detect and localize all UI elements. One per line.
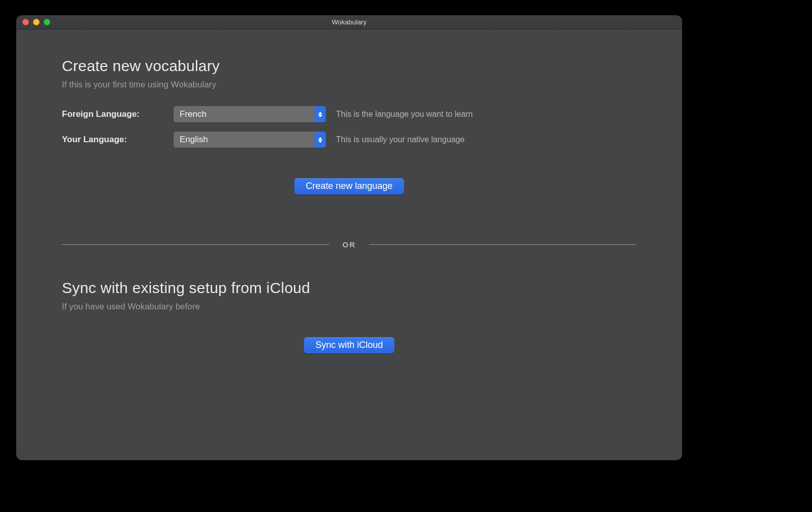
window-zoom-button[interactable]: [44, 19, 50, 25]
your-language-select[interactable]: English: [174, 132, 326, 148]
foreign-language-label: Foreign Language:: [62, 109, 163, 119]
sync-heading: Sync with existing setup from iCloud: [62, 279, 636, 297]
divider: OR: [62, 240, 636, 249]
sync-subheading: If you have used Wokabulary before: [62, 302, 636, 312]
window-close-button[interactable]: [22, 19, 29, 25]
create-language-button[interactable]: Create new language: [294, 178, 403, 195]
divider-line: [369, 244, 636, 245]
window-minimize-button[interactable]: [33, 19, 40, 25]
select-stepper-icon: [315, 132, 326, 148]
foreign-language-select[interactable]: French: [174, 106, 326, 122]
foreign-language-hint: This is the language you want to learn: [336, 110, 636, 119]
divider-line: [62, 244, 329, 245]
app-window: Wokabulary Create new vocabulary If this…: [16, 15, 682, 460]
divider-label: OR: [343, 240, 356, 249]
create-heading: Create new vocabulary: [62, 57, 636, 75]
sync-icloud-button[interactable]: Sync with iCloud: [304, 337, 394, 354]
traffic-lights: [22, 19, 50, 25]
titlebar: Wokabulary: [16, 15, 682, 29]
content: Create new vocabulary If this is your fi…: [16, 29, 682, 374]
select-stepper-icon: [315, 106, 326, 122]
foreign-language-value: French: [180, 109, 207, 119]
your-language-value: English: [180, 135, 208, 145]
create-subheading: If this is your first time using Wokabul…: [62, 80, 636, 90]
your-language-hint: This is usually your native language: [336, 135, 636, 144]
language-form: Foreign Language: French This is the lan…: [62, 106, 636, 148]
your-language-label: Your Language:: [62, 135, 163, 145]
window-title: Wokabulary: [332, 18, 366, 26]
